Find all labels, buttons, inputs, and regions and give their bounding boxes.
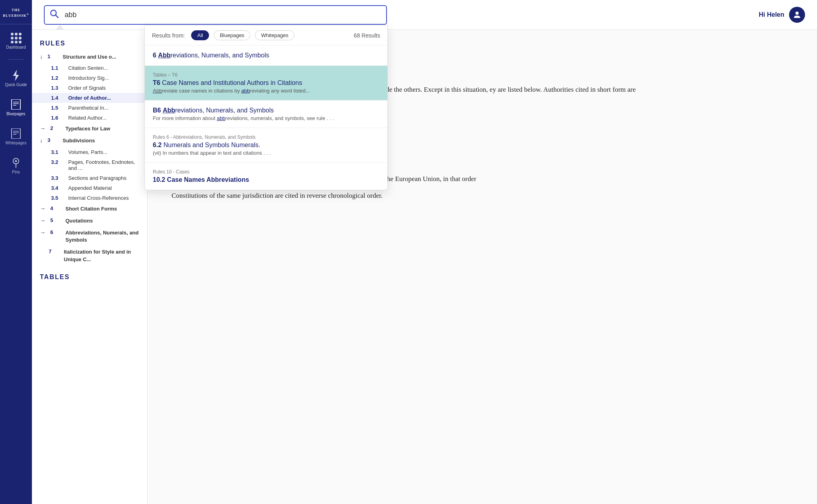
nav-arrow-4: → <box>40 205 45 212</box>
logo-registered: ® <box>27 13 29 16</box>
user-greeting: Hi Helen <box>759 11 784 18</box>
search-wrapper <box>44 5 387 25</box>
result-2-section: Tables – T6 <box>153 72 379 78</box>
logo-text: THE BLUEBOOK <box>3 8 27 18</box>
para3: Constitutions of the same jurisdiction a… <box>172 190 793 202</box>
sidebar-whitepages-label: Whitepages <box>6 141 27 145</box>
sidebar-item-pins[interactable]: Pins <box>0 153 32 178</box>
nav-item-1-2[interactable]: 1.2 Introductory Sig... <box>32 73 147 83</box>
nav-arrow-1: ↓ <box>40 53 43 60</box>
nav-item-2[interactable]: → 2 Typefaces for Law <box>32 123 147 135</box>
nav-item-1-6[interactable]: 1.6 Related Author... <box>32 113 147 123</box>
svg-point-14 <box>795 12 799 15</box>
nav-panel: RULES ↓ 1 Structure and Use o... 1.1 Cit… <box>32 30 148 504</box>
sidebar-dashboard-label: Dashboard <box>6 45 26 49</box>
result-3-title: B6 Abbreviations, Numerals, and Symbols <box>153 107 379 114</box>
result-2-subtitle: Abbreviate case names in citations by ab… <box>153 88 379 94</box>
result-5-section: Rules 10 - Cases <box>153 169 379 175</box>
whitepages-icon <box>10 128 22 139</box>
result-3-subtitle: For more information about abbreviations… <box>153 115 379 121</box>
avatar[interactable] <box>789 7 805 23</box>
filter-all-button[interactable]: All <box>191 30 209 40</box>
nav-item-3-5[interactable]: 3.5 Internal Cross-References <box>32 193 147 203</box>
nav-arrow-6: → <box>40 229 45 236</box>
result-5-title: 10.2 Case Names Abbreviations <box>153 176 379 183</box>
sidebar-pins-label: Pins <box>12 170 20 174</box>
dropdown-result-3[interactable]: B6 Abbreviations, Numerals, and Symbols … <box>145 100 387 128</box>
svg-point-11 <box>15 160 17 162</box>
search-caret <box>56 25 64 30</box>
nav-item-3-3[interactable]: 3.3 Sections and Paragraphs <box>32 173 147 183</box>
search-input[interactable] <box>44 5 387 25</box>
sidebar-item-dashboard[interactable]: Dashboard <box>0 28 32 53</box>
svg-line-13 <box>55 15 58 18</box>
sidebar: THE BLUEBOOK® Dashboard Quick Guide <box>0 0 32 504</box>
grid-icon <box>10 32 22 43</box>
svg-rect-5 <box>12 128 20 139</box>
sidebar-quickguide-label: Quick Guide <box>5 83 27 87</box>
svg-marker-0 <box>13 70 19 81</box>
nav-item-6[interactable]: → 6 Abbreviations, Numerals, and Symbols <box>32 227 147 246</box>
bluepages-icon <box>10 99 22 110</box>
nav-item-3-1[interactable]: 3.1 Volumes, Parts... <box>32 147 147 157</box>
results-from-label: Results from: <box>152 32 185 39</box>
nav-item-3[interactable]: ↓ 3 Subdivisions <box>32 135 147 147</box>
nav-item-1-3[interactable]: 1.3 Order of Signals <box>32 83 147 93</box>
nav-item-1-5[interactable]: 1.5 Parenthetical In... <box>32 103 147 113</box>
result-2-title: T6 Case Names and Institutional Authors … <box>153 79 379 87</box>
search-dropdown: Results from: All Bluepages Whitepages 6… <box>144 25 388 190</box>
nav-item-1[interactable]: ↓ 1 Structure and Use o... <box>32 51 147 63</box>
sidebar-item-quickguide[interactable]: Quick Guide <box>0 66 32 91</box>
nav-item-4[interactable]: → 4 Short Citation Forms <box>32 203 147 215</box>
nav-arrow-3: ↓ <box>40 137 43 144</box>
sidebar-item-bluepages[interactable]: Bluepages <box>0 95 32 120</box>
dropdown-result-4[interactable]: Rules 6 - Abbreviations, Numerals, and S… <box>145 128 387 163</box>
dropdown-result-5[interactable]: Rules 10 - Cases 10.2 Case Names Abbrevi… <box>145 163 387 190</box>
sidebar-bluepages-label: Bluepages <box>6 112 25 116</box>
sidebar-item-whitepages[interactable]: Whitepages <box>0 124 32 149</box>
lightning-icon <box>10 70 22 81</box>
main-wrapper: Hi Helen RULES ↓ 1 Structure and Use o..… <box>32 0 817 504</box>
result-4-title: 6.2 Numerals and Symbols Numerals. <box>153 142 379 149</box>
rules-section-title: RULES <box>32 38 147 51</box>
nav-item-1-4[interactable]: 1.4 Order of Author... <box>32 93 147 103</box>
nav-item-5[interactable]: → 5 Quotations <box>32 215 147 227</box>
result-4-subtitle: (vii) In numbers that appear in text and… <box>153 150 379 156</box>
svg-rect-1 <box>12 99 20 110</box>
dropdown-result-1[interactable]: 6 Abbreviations, Numerals, and Symbols <box>145 45 387 66</box>
result-1-title: 6 Abbreviations, Numerals, and Symbols <box>153 52 379 59</box>
user-section: Hi Helen <box>759 7 805 23</box>
nav-arrow-2: → <box>40 125 45 132</box>
filter-whitepages-button[interactable]: Whitepages <box>255 30 294 40</box>
dropdown-header: Results from: All Bluepages Whitepages 6… <box>145 26 387 45</box>
dropdown-result-2[interactable]: Tables – T6 T6 Case Names and Institutio… <box>145 66 387 100</box>
nav-item-3-2[interactable]: 3.2 Pages, Footnotes, Endnotes, and ... <box>32 157 147 173</box>
pin-icon <box>10 157 22 168</box>
result-4-section: Rules 6 - Abbreviations, Numerals, and S… <box>153 134 379 140</box>
nav-item-7[interactable]: 7 Italicization for Style and in Unique … <box>32 246 147 265</box>
search-icon <box>50 10 59 20</box>
nav-item-3-4[interactable]: 3.4 Appended Material <box>32 183 147 193</box>
results-count: 68 Results <box>354 32 380 39</box>
nav-item-1-1[interactable]: 1.1 Citation Senten... <box>32 63 147 73</box>
nav-arrow-5: → <box>40 217 45 224</box>
filter-bluepages-button[interactable]: Bluepages <box>214 30 250 40</box>
tables-section-title: TABLES <box>32 272 147 285</box>
app-logo: THE BLUEBOOK® <box>0 8 32 24</box>
